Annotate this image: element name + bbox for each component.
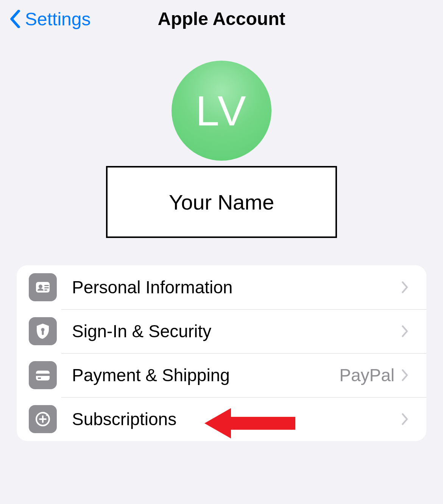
- svg-rect-4: [44, 290, 47, 291]
- chevron-left-icon: [7, 8, 23, 30]
- row-label: Subscriptions: [72, 409, 401, 429]
- chevron-right-icon: [401, 369, 414, 382]
- back-button[interactable]: Settings: [7, 8, 90, 30]
- settings-group: Personal Information Sign-In & Security: [17, 265, 426, 441]
- svg-rect-3: [44, 287, 49, 288]
- row-payment-shipping[interactable]: Payment & Shipping PayPal: [17, 353, 426, 397]
- id-card-icon: [29, 273, 57, 301]
- back-label: Settings: [25, 9, 90, 30]
- row-label: Personal Information: [72, 277, 401, 297]
- avatar[interactable]: LV: [172, 61, 271, 161]
- row-personal-information[interactable]: Personal Information: [17, 265, 426, 309]
- row-label: Payment & Shipping: [72, 365, 339, 385]
- svg-rect-6: [42, 330, 44, 335]
- chevron-right-icon: [401, 413, 414, 426]
- credit-card-icon: [29, 361, 57, 389]
- display-name: Your Name: [169, 190, 274, 214]
- avatar-initials: LV: [196, 86, 248, 135]
- profile-section: LV Your Name: [0, 61, 443, 238]
- chevron-right-icon: [401, 281, 414, 294]
- svg-point-1: [39, 285, 42, 288]
- row-signin-security[interactable]: Sign-In & Security: [17, 309, 426, 353]
- row-value: PayPal: [339, 365, 395, 385]
- row-subscriptions[interactable]: Subscriptions: [17, 397, 426, 441]
- svg-rect-9: [38, 377, 41, 379]
- chevron-right-icon: [401, 325, 414, 338]
- svg-rect-8: [36, 374, 50, 376]
- row-label: Sign-In & Security: [72, 321, 401, 341]
- page-title: Apple Account: [158, 8, 285, 29]
- svg-rect-2: [44, 285, 49, 286]
- subscription-icon: [29, 405, 57, 433]
- lock-shield-icon: [29, 317, 57, 345]
- navbar: Settings Apple Account: [0, 0, 443, 38]
- display-name-box: Your Name: [106, 166, 337, 238]
